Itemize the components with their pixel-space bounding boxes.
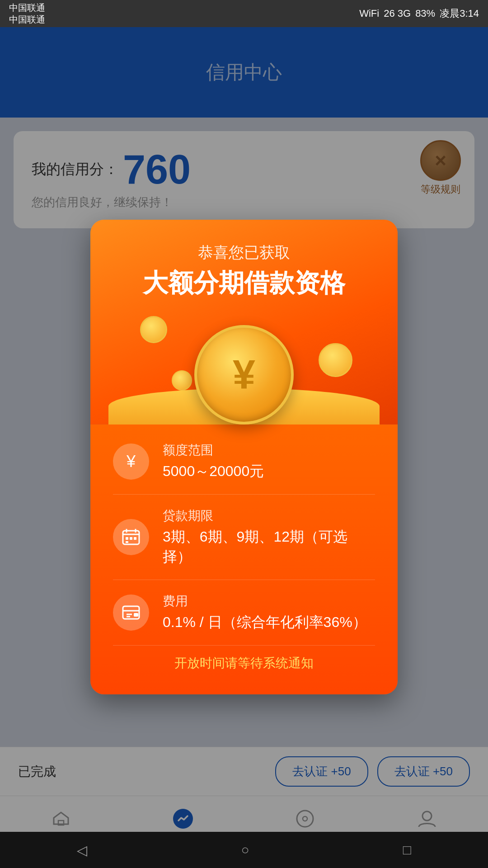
wifi-icon: WiFi (359, 8, 379, 19)
status-bar: 中国联通 中国联通 WiFi 26 3G 83% 凌晨3:14 (0, 0, 488, 27)
loan-qualification-popup: 恭喜您已获取 大额分期借款资格 ¥ ¥ 额度范围 5000～20000元 (90, 220, 398, 694)
term-label: 贷款期限 (163, 507, 375, 524)
term-value: 3期、6期、9期、12期（可选择） (163, 527, 375, 567)
fee-icon (113, 594, 149, 631)
coin-illustration: ¥ (113, 307, 375, 425)
info-row-amount: ¥ 额度范围 5000～20000元 (113, 429, 375, 495)
status-right: WiFi 26 3G 83% 凌晨3:14 (359, 7, 479, 20)
fee-text: 费用 0.1% / 日（综合年化利率36%） (163, 593, 367, 632)
big-coin: ¥ (194, 325, 294, 425)
popup-bottom: ¥ 额度范围 5000～20000元 (90, 425, 398, 694)
info-row-term: 贷款期限 3期、6期、9期、12期（可选择） (113, 495, 375, 580)
popup-subtitle: 恭喜您已获取 (113, 242, 375, 263)
svg-rect-12 (134, 613, 138, 617)
amount-value: 5000～20000元 (163, 462, 264, 481)
small-coin-1 (140, 316, 167, 343)
svg-rect-7 (126, 541, 128, 543)
svg-rect-4 (126, 537, 128, 540)
fee-value: 0.1% / 日（综合年化利率36%） (163, 613, 367, 632)
term-icon (113, 519, 149, 555)
popup-notice: 开放时间请等待系统通知 (113, 655, 375, 676)
term-text: 贷款期限 3期、6期、9期、12期（可选择） (163, 507, 375, 567)
amount-icon: ¥ (113, 443, 149, 480)
carrier-info: 中国联通 中国联通 (9, 2, 45, 25)
amount-label: 额度范围 (163, 442, 264, 459)
info-row-fee: 费用 0.1% / 日（综合年化利率36%） (113, 580, 375, 646)
svg-rect-5 (130, 537, 132, 540)
small-coin-2 (319, 343, 352, 377)
popup-title: 大额分期借款资格 (113, 268, 375, 298)
app-background: 信用中心 我的信用分： 760 等级规则 您的信用良好，继续保持！ 恭喜您已获取… (0, 27, 488, 868)
amount-text: 额度范围 5000～20000元 (163, 442, 264, 481)
fee-label: 费用 (163, 593, 367, 610)
svg-rect-8 (123, 606, 139, 619)
popup-top: 恭喜您已获取 大额分期借款资格 ¥ (90, 220, 398, 425)
small-coin-3 (172, 370, 192, 391)
svg-rect-6 (134, 537, 136, 540)
